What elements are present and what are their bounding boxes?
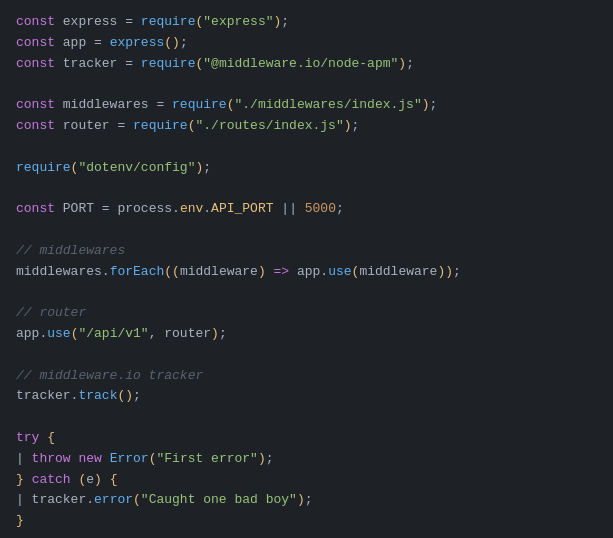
code-token: ( <box>172 264 180 279</box>
code-token: use <box>328 264 351 279</box>
code-token: app <box>289 264 320 279</box>
code-token: PORT <box>55 201 102 216</box>
code-token <box>164 97 172 112</box>
code-token: require <box>172 97 227 112</box>
code-token: error <box>94 492 133 507</box>
code-line: app.use("/api/v1", router); <box>16 324 597 345</box>
code-token: ; <box>180 35 188 50</box>
code-token: () <box>164 35 180 50</box>
code-line-empty <box>16 282 597 303</box>
code-token: require <box>16 160 71 175</box>
code-token: // middlewares <box>16 243 125 258</box>
code-token: } <box>16 472 24 487</box>
code-token: ; <box>453 264 461 279</box>
code-editor: const express = require("express");const… <box>0 0 613 538</box>
code-token: tracker <box>16 388 71 403</box>
code-token: // router <box>16 305 86 320</box>
code-token <box>102 451 110 466</box>
code-line: const express = require("express"); <box>16 12 597 33</box>
code-line: } <box>16 511 597 532</box>
code-token: = <box>102 201 110 216</box>
code-token: "dotenv/config" <box>78 160 195 175</box>
code-token: middleware <box>359 264 437 279</box>
code-token: ) <box>398 56 406 71</box>
code-token <box>266 264 274 279</box>
code-token: "Caught one bad boy" <box>141 492 297 507</box>
code-token: ; <box>219 326 227 341</box>
code-token: catch <box>32 472 71 487</box>
code-token: "./middlewares/index.js" <box>234 97 421 112</box>
code-token: { <box>47 430 55 445</box>
code-token <box>24 472 32 487</box>
code-token: "/api/v1" <box>78 326 148 341</box>
code-token <box>133 14 141 29</box>
code-token: const <box>16 14 55 29</box>
code-token: || <box>281 201 297 216</box>
code-line-empty <box>16 532 597 538</box>
code-line-empty <box>16 407 597 428</box>
code-token: router <box>55 118 117 133</box>
code-token: = <box>94 35 102 50</box>
code-token: tracker <box>32 492 87 507</box>
code-token: ) <box>94 472 102 487</box>
code-token: ) <box>258 264 266 279</box>
code-line: | tracker.error("Caught one bad boy"); <box>16 490 597 511</box>
code-line-empty <box>16 220 597 241</box>
code-token: require <box>141 56 196 71</box>
code-token: app <box>16 326 39 341</box>
code-token: ; <box>336 201 344 216</box>
code-token: "./routes/index.js" <box>195 118 343 133</box>
code-token: "First error" <box>156 451 257 466</box>
code-token: middleware <box>180 264 258 279</box>
code-token: ; <box>430 97 438 112</box>
code-line: | throw new Error("First error"); <box>16 449 597 470</box>
code-line: const router = require("./routes/index.j… <box>16 116 597 137</box>
code-token: 5000 <box>305 201 336 216</box>
code-token: ( <box>164 264 172 279</box>
code-token: . <box>172 201 180 216</box>
code-token: )) <box>437 264 453 279</box>
code-token: ; <box>266 451 274 466</box>
code-token: use <box>47 326 70 341</box>
code-token: ) <box>297 492 305 507</box>
code-token: require <box>133 118 188 133</box>
code-token: const <box>16 56 55 71</box>
code-line: middlewares.forEach((middleware) => app.… <box>16 262 597 283</box>
code-token: ) <box>344 118 352 133</box>
code-line: } catch (e) { <box>16 470 597 491</box>
code-line: tracker.track(); <box>16 386 597 407</box>
code-token: tracker <box>55 56 125 71</box>
code-token: ; <box>406 56 414 71</box>
code-token: ; <box>305 492 313 507</box>
code-line-empty <box>16 345 597 366</box>
code-line: // middlewares <box>16 241 597 262</box>
code-token <box>102 472 110 487</box>
code-token: process <box>110 201 172 216</box>
code-token: new <box>78 451 101 466</box>
code-token: const <box>16 118 55 133</box>
code-token: ; <box>203 160 211 175</box>
code-token: env <box>180 201 203 216</box>
code-token: . <box>86 492 94 507</box>
code-token: express <box>55 14 125 29</box>
code-line: const tracker = require("@middleware.io/… <box>16 54 597 75</box>
code-token: API_PORT <box>211 201 273 216</box>
code-token: . <box>320 264 328 279</box>
code-token <box>125 118 133 133</box>
code-line-empty <box>16 74 597 95</box>
code-token: Error <box>110 451 149 466</box>
code-token: | <box>16 451 32 466</box>
code-token: "@middleware.io/node-apm" <box>203 56 398 71</box>
code-token: } <box>16 513 24 528</box>
code-token <box>133 56 141 71</box>
code-token: ; <box>281 14 289 29</box>
code-token: track <box>78 388 117 403</box>
code-line: const app = express(); <box>16 33 597 54</box>
code-token: () <box>117 388 133 403</box>
code-token: ; <box>352 118 360 133</box>
code-token: . <box>203 201 211 216</box>
code-token: ) <box>422 97 430 112</box>
code-token: , router <box>149 326 211 341</box>
code-token: const <box>16 97 55 112</box>
code-token: = <box>125 14 133 29</box>
